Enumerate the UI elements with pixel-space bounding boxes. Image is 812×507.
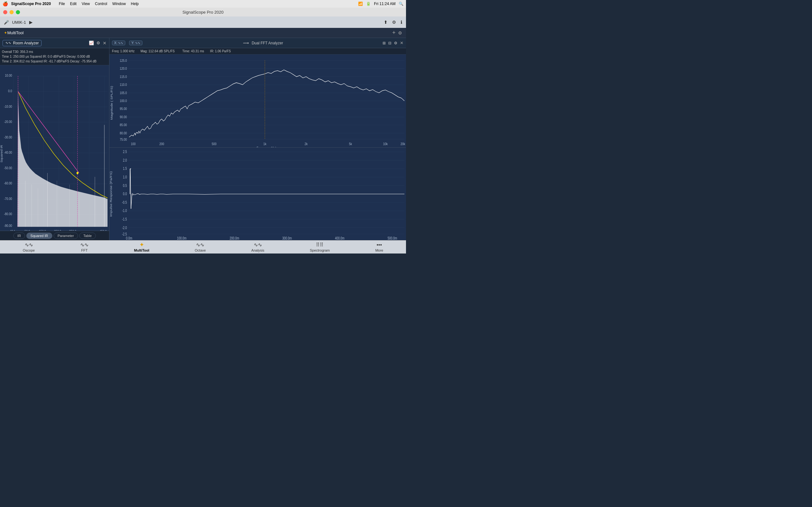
svg-text:2k: 2k [305,142,308,146]
room-analyzer-wave-icon: ∿∿ [5,41,11,45]
time-info: Time: 43.31 ms IR: 1.06 Pa/FS [183,49,231,53]
chart-icon[interactable]: 📈 [89,41,94,45]
dual-fft-settings[interactable]: ⚙ [394,41,397,45]
svg-text:-70.00: -70.00 [4,197,12,201]
svg-text:456.9m: 456.9m [100,229,109,231]
svg-text:0.0: 0.0 [8,89,12,93]
panel-header-right: 📈 ⚙ ✕ [89,41,107,46]
search-icon[interactable]: 🔍 [399,2,403,6]
dual-fft-close[interactable]: ✕ [400,41,403,45]
svg-text:-80.00: -80.00 [4,212,12,216]
menu-help[interactable]: Help [129,2,141,6]
wifi-icon: 📶 [358,2,363,6]
svg-text:400.0m: 400.0m [335,236,345,240]
traffic-lights [3,10,20,14]
maximize-button[interactable] [16,10,20,14]
svg-text:-40.00: -40.00 [4,151,12,154]
freq-label: Freq: 1.000 kHz [112,49,135,53]
svg-text:1.5: 1.5 [123,166,127,171]
close-button[interactable] [3,10,7,14]
ir-label: IR: 1.06 Pa/FS [210,49,231,53]
tab-table[interactable]: Table [79,233,96,239]
multitool-settings-button[interactable]: ⚙ [398,31,402,36]
oscope-icon: ∿∿ [25,242,33,248]
svg-text:200.0m: 200.0m [230,236,239,240]
magnitude-chart[interactable]: 125.0 120.0 115.0 110.0 105.0 100.0 95.0… [109,55,406,148]
menu-control[interactable]: Control [93,2,109,6]
tab-ir[interactable]: IR [13,233,25,239]
nav-spectrogram[interactable]: ⠿⠿ Spectrogram [305,242,335,252]
impulse-response-chart[interactable]: 2.5 2.0 1.5 1.0 0.5 0.0 -0.5 -1.0 -1.5 -… [109,148,406,240]
svg-text:-50.00: -50.00 [4,166,12,170]
nav-analysis[interactable]: ∿∿ Analysis [246,242,269,252]
svg-text:Impulse Response (Pa/FS): Impulse Response (Pa/FS) [109,171,113,217]
nav-multitool[interactable]: ✦ MultiTool [129,242,154,252]
svg-text:256.9m: 256.9m [54,229,64,231]
svg-text:Time (s): Time (s) [261,240,272,240]
oscope-label: Oscope [23,248,35,252]
multitool-title: MultiTool [7,31,23,35]
svg-text:-90.00: -90.00 [4,224,12,228]
multitool-icon: ✦ [4,31,7,35]
spectrogram-icon: ⠿⠿ [316,242,323,248]
room-analyzer-title: Room Analyzer [13,41,39,45]
mag-label: Mag: 112.64 dB SPL/FS [141,49,175,53]
multitool-nav-label: MultiTool [134,248,149,252]
analysis-icon: ∿∿ [254,242,262,248]
svg-text:-60.00: -60.00 [4,181,12,185]
spectrogram-label: Spectrogram [310,248,330,252]
tab-parameter[interactable]: Parameter [54,233,78,239]
svg-point-41 [77,172,78,174]
menubar-right: 📶 🔋 Fri 11:24 AM 🔍 [358,2,403,6]
svg-text:125.0: 125.0 [120,59,127,62]
minimize-button[interactable] [9,10,14,14]
dual-fft-info: Freq: 1.000 kHz Mag: 112.64 dB SPL/FS Ti… [109,48,406,55]
dual-fft-panel: X: ∿∿ Y: ∿∿ ⟿ Dual FFT Analyzer ⊞ ⊟ ⚙ ✕ … [109,38,406,240]
svg-text:-0.5: -0.5 [122,200,127,205]
svg-text:75.00: 75.00 [120,137,127,141]
xy-x-button[interactable]: X: ∿∿ [112,41,125,45]
more-label: More [375,248,383,252]
svg-text:0.0: 0.0 [123,191,127,196]
apple-menu[interactable]: 🍎 [3,1,8,6]
main-content: ✦ MultiTool + ⚙ ∿∿ Room Analyzer 📈 ⚙ ✕ O… [0,28,406,240]
settings-icon[interactable]: ⚙ [392,20,396,25]
svg-text:300.0m: 300.0m [282,236,292,240]
fft-icon: ∿∿ [80,242,89,248]
share-icon[interactable]: ⬆ [384,20,388,25]
info-icon[interactable]: ℹ [401,20,402,25]
svg-text:Frequency (Hz): Frequency (Hz) [257,146,276,147]
nav-octave[interactable]: ∿∿ Octave [190,242,211,252]
more-icon: ••• [376,242,382,248]
menu-window[interactable]: Window [110,2,128,6]
play-button[interactable]: ▶ [29,20,33,25]
nav-oscope[interactable]: ∿∿ Oscope [18,242,40,252]
xy-y-button[interactable]: Y: ∿∿ [129,41,142,45]
window-title: SignalScope Pro 2020 [183,10,223,14]
menu-view[interactable]: View [79,2,92,6]
titlebar: SignalScope Pro 2020 [0,8,406,16]
add-panel-button[interactable]: + [392,30,396,36]
nav-fft[interactable]: ∿∿ FFT [75,242,94,252]
svg-text:115.0: 115.0 [120,75,127,78]
svg-text:1.0: 1.0 [123,175,127,179]
panel-close-icon[interactable]: ✕ [103,41,107,46]
svg-text:-10.00: -10.00 [4,105,12,108]
menu-file[interactable]: File [56,2,67,6]
svg-text:-30.00: -30.00 [4,135,12,139]
svg-text:100.0: 100.0 [120,99,127,103]
svg-text:100.0m: 100.0m [177,236,187,240]
analysis-label: Analysis [251,248,264,252]
panel-settings-icon[interactable]: ⚙ [96,41,100,45]
devicebar-right: ⬆ ⚙ ℹ [384,20,402,25]
mic-icon: 🎤 [4,20,9,25]
time-display: Fri 11:24 AM [374,2,396,6]
room-analyzer-chart[interactable]: 10.00 0.0 -10.00 -20.00 -30.00 -40.00 -5… [0,65,109,231]
menu-edit[interactable]: Edit [68,2,79,6]
tab-squared-ir[interactable]: Squared IR [26,233,52,239]
nav-more[interactable]: ••• More [370,242,388,252]
svg-text:-1.5: -1.5 [122,217,127,221]
bottom-nav: ∿∿ Oscope ∿∿ FFT ✦ MultiTool ∿∿ Octave ∿… [0,240,406,253]
room-analyzer-header: ∿∿ Room Analyzer 📈 ⚙ ✕ [0,38,109,48]
svg-text:100: 100 [131,142,136,146]
